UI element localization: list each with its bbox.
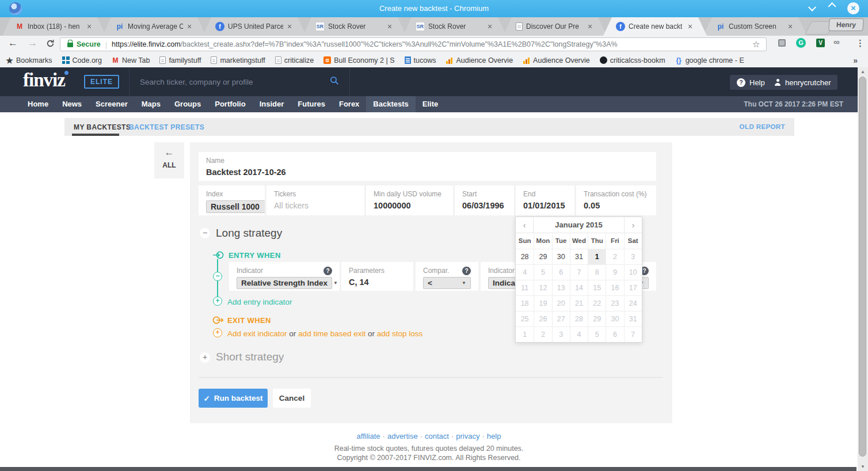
address-bar[interactable]: Secure | https://elite.finviz.com/backte… [60, 37, 767, 51]
add-entry-indicator-link[interactable]: Add entry indicator [227, 298, 292, 306]
calendar-date-cell[interactable]: 4 [570, 326, 588, 342]
tab-close-icon[interactable]: × [386, 22, 394, 31]
calendar-next-icon[interactable]: › [624, 217, 642, 233]
calendar-date-cell[interactable]: 14 [570, 280, 588, 295]
browser-tab-8[interactable]: piCustom Screen× [703, 17, 807, 36]
bookmark-marketingstuff[interactable]: marketingstuff [211, 56, 265, 64]
calendar-date-cell[interactable]: 26 [534, 311, 551, 326]
old-report-link[interactable]: OLD REPORT [740, 123, 785, 130]
horizontal-scrollbar[interactable] [0, 467, 856, 471]
nav-item-forex[interactable]: Forex [332, 96, 366, 112]
field-tickers[interactable]: TickersAll tickers [267, 185, 364, 215]
nav-item-portfolio[interactable]: Portfolio [208, 96, 252, 112]
tab-backtest-presets[interactable]: BACKTEST PRESETS [129, 123, 204, 131]
calendar-date-cell[interactable]: 25 [516, 311, 534, 326]
nav-item-maps[interactable]: Maps [135, 96, 167, 112]
window-close-icon[interactable]: × [847, 2, 859, 14]
calendar-date-cell[interactable]: 30 [552, 249, 570, 264]
user-account-button[interactable]: henrycrutcher [767, 75, 837, 90]
field-compar-[interactable]: Compar.?<▼ [416, 262, 478, 291]
extension-pages-icon[interactable] [778, 39, 786, 47]
cancel-button[interactable]: Cancel [273, 389, 311, 408]
nav-item-insider[interactable]: Insider [253, 96, 291, 112]
calendar-date-cell[interactable]: 16 [606, 280, 623, 295]
window-titlebar[interactable]: Create new backtest - Chromium × [0, 0, 868, 17]
add-time-based-exit-link[interactable]: add time based exit [298, 329, 366, 338]
field-value[interactable]: All tickers [274, 201, 357, 210]
expand-short-strategy-icon[interactable]: + [200, 352, 210, 363]
finviz-logo[interactable]: finviz [23, 70, 65, 91]
calendar-date-cell[interactable]: 21 [570, 295, 588, 311]
tab-close-icon[interactable]: × [686, 22, 694, 31]
footer-link-help[interactable]: help [487, 432, 501, 440]
tab-close-icon[interactable]: × [586, 22, 594, 31]
browser-tab-7[interactable]: fCreate new backt× [603, 17, 707, 36]
nav-item-screener[interactable]: Screener [89, 96, 135, 112]
nav-item-groups[interactable]: Groups [167, 96, 208, 112]
browser-tab-5[interactable]: SRStock Rover× [403, 17, 507, 36]
browser-tab-6[interactable]: Discover Our Pre× [503, 17, 607, 36]
field-select[interactable]: <▼ [423, 277, 471, 289]
calendar-date-cell[interactable]: 11 [516, 280, 534, 295]
back-to-all-button[interactable]: ← ALL [154, 142, 184, 178]
browser-menu-icon[interactable]: ⋮ [856, 38, 865, 48]
calendar-date-cell[interactable]: 3 [552, 326, 570, 342]
bookmarks-overflow-icon[interactable]: » [853, 56, 858, 65]
calendar-date-cell[interactable]: 7 [624, 326, 642, 342]
field-select[interactable]: Russell 1000▼ [206, 200, 265, 213]
field-indicator[interactable]: Indicator?Relative Strength Index▼ [229, 262, 340, 291]
tab-close-icon[interactable]: × [786, 22, 794, 31]
add-stop-loss-link[interactable]: add stop loss [377, 329, 423, 338]
field-end[interactable]: End01/01/2015 [516, 185, 574, 215]
calendar-date-cell[interactable]: 7 [570, 264, 588, 280]
bookmark-bull-economy-2-s[interactable]: αBull Economy 2 | S [323, 56, 394, 64]
nav-item-elite[interactable]: Elite [416, 96, 445, 112]
field-help-icon[interactable]: ? [462, 267, 471, 275]
field-transaction-cost-[interactable]: Transaction cost (%)0.05 [576, 185, 656, 215]
field-value[interactable]: 06/03/1996 [462, 201, 507, 210]
calendar-date-cell[interactable]: 1 [516, 326, 534, 342]
footer-link-advertise[interactable]: advertise [387, 432, 418, 440]
reload-icon[interactable] [46, 39, 55, 51]
run-backtest-button[interactable]: ✓ Run backtest [199, 389, 268, 408]
field-select[interactable]: Relative Strength Index▼ [237, 277, 332, 289]
calendar-date-cell[interactable]: 8 [588, 264, 606, 280]
calendar-date-cell[interactable]: 31 [624, 311, 642, 326]
bookmark-audience-overvie[interactable]: Audience Overvie [523, 56, 590, 64]
field-index[interactable]: IndexRussell 1000▼ [199, 185, 265, 215]
tab-close-icon[interactable]: × [185, 22, 193, 31]
scroll-up-icon[interactable]: ▲ [858, 69, 868, 74]
calendar-date-cell[interactable]: 24 [624, 295, 642, 311]
calendar-date-cell[interactable]: 5 [534, 264, 551, 280]
calendar-date-cell[interactable]: 17 [624, 280, 642, 295]
nav-item-backtests[interactable]: Backtests [366, 96, 415, 112]
scroll-down-icon[interactable]: ▼ [858, 464, 868, 469]
extension-v-icon[interactable]: V [816, 39, 825, 47]
bookmark-new-tab[interactable]: MNew Tab [112, 56, 150, 64]
bookmark-code-org[interactable]: Code.org [62, 56, 102, 64]
footer-link-affiliate[interactable]: affiliate [357, 432, 380, 440]
browser-tab-1[interactable]: MInbox (118) - hen× [2, 17, 106, 36]
url-text[interactable]: https://elite.finviz.com/backtest_create… [112, 40, 749, 48]
calendar-date-cell[interactable]: 10 [624, 264, 642, 280]
calendar-date-cell[interactable]: 19 [534, 295, 551, 311]
calendar-date-cell[interactable]: 28 [570, 311, 588, 326]
bookmark-familystuff[interactable]: familystuff [159, 56, 201, 64]
field-parameters[interactable]: ParametersC, 14 [341, 262, 413, 291]
back-icon[interactable]: ← [8, 37, 18, 49]
calendar-date-cell[interactable]: 9 [606, 264, 623, 280]
calendar-date-cell[interactable]: 20 [552, 295, 570, 311]
tab-my-backtests[interactable]: MY BACKTESTS [74, 123, 131, 131]
add-exit-indicator-link[interactable]: Add exit indicator [227, 329, 287, 338]
field-help-icon[interactable]: ? [323, 267, 332, 275]
bookmark-star-icon[interactable]: ☆ [752, 39, 762, 50]
field-min-daily-usd-volume[interactable]: Min daily USD volume10000000 [366, 185, 453, 215]
bookmark-audience-overvie[interactable]: Audience Overvie [446, 56, 513, 64]
bookmark-criticalize[interactable]: criticalize [275, 56, 314, 64]
calendar-date-cell[interactable]: 22 [588, 295, 606, 311]
calendar-date-cell[interactable]: 2 [534, 326, 551, 342]
calendar-date-cell[interactable]: 4 [516, 264, 534, 280]
window-minimize-icon[interactable] [809, 5, 816, 12]
bookmark-tucows[interactable]: tucows [405, 56, 436, 64]
field-start[interactable]: Start06/03/1996 [455, 185, 514, 215]
